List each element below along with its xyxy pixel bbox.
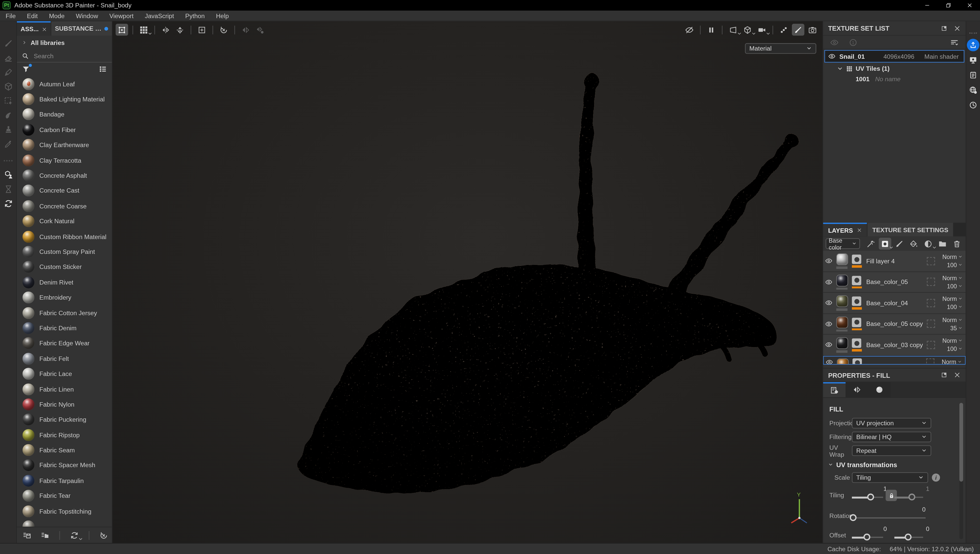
material-item[interactable]: Custom Spray Paint bbox=[17, 244, 112, 260]
material-item[interactable]: Fabric Ripstop bbox=[17, 427, 112, 443]
close-panel-icon[interactable] bbox=[954, 25, 961, 32]
material-item[interactable]: Clay Earthenware bbox=[17, 137, 112, 153]
layer-row[interactable]: Base_color_04 Norm 100 bbox=[823, 293, 966, 314]
layer-row-selected-clipped[interactable]: Norm bbox=[823, 356, 966, 364]
texture-set-row-selected[interactable]: Snail_01 4096x4096 Main shader bbox=[824, 50, 964, 62]
frame-center-icon[interactable] bbox=[196, 24, 208, 36]
blend-mode-dropdown[interactable]: Norm bbox=[942, 358, 962, 364]
material-item[interactable]: Embroidery bbox=[17, 290, 112, 305]
reset-assets-button[interactable] bbox=[97, 529, 110, 541]
undock-panel-icon[interactable] bbox=[941, 25, 948, 32]
filter-button[interactable] bbox=[22, 65, 30, 74]
uv-transformations-section[interactable]: UV transformations bbox=[828, 461, 966, 468]
material-item[interactable]: Fabric Felt bbox=[17, 351, 112, 366]
resources-updater-icon[interactable] bbox=[1, 196, 15, 211]
material-visibility-icon[interactable] bbox=[828, 36, 841, 48]
mirror-horizontal-icon[interactable] bbox=[159, 24, 172, 36]
symmetry-settings-icon[interactable] bbox=[254, 24, 266, 36]
menu-item[interactable]: JavaScript bbox=[139, 11, 180, 21]
isolate-visibility-icon[interactable] bbox=[683, 24, 696, 36]
close-window-button[interactable] bbox=[959, 0, 980, 11]
layer-row[interactable]: Fill layer 4 Norm 100 bbox=[823, 251, 966, 272]
menu-item[interactable]: Mode bbox=[43, 11, 70, 21]
material-item[interactable]: Fabric Edge Wear bbox=[17, 335, 112, 351]
delete-layer-icon[interactable] bbox=[951, 238, 963, 250]
filtering-dropdown[interactable]: Bilinear | HQ bbox=[852, 432, 931, 442]
add-paint-layer-icon[interactable] bbox=[893, 238, 906, 250]
camera-view-icon[interactable] bbox=[756, 24, 768, 36]
opacity-dropdown[interactable]: 100 bbox=[947, 283, 963, 289]
tiling-y-slider[interactable] bbox=[894, 493, 923, 500]
material-item[interactable]: Bandage bbox=[17, 107, 112, 122]
material-item[interactable]: Concrete Asphalt bbox=[17, 168, 112, 183]
layer-row[interactable]: Base_color_05 Norm 100 bbox=[823, 272, 966, 293]
paint-mode-icon[interactable] bbox=[792, 24, 804, 36]
menu-item[interactable]: Window bbox=[70, 11, 103, 21]
material-item[interactable]: Denim Rivet bbox=[17, 275, 112, 290]
smart-selection-tool-icon[interactable] bbox=[1, 94, 15, 108]
info-icon[interactable]: i bbox=[932, 474, 940, 482]
restore-button[interactable] bbox=[937, 0, 959, 11]
add-fill-icon[interactable] bbox=[907, 238, 920, 250]
particles-icon[interactable] bbox=[778, 24, 790, 36]
export-textures-icon[interactable] bbox=[967, 39, 980, 51]
layer-visibility-icon[interactable] bbox=[825, 257, 832, 265]
add-mask-icon[interactable] bbox=[922, 238, 934, 250]
tab-fill-properties[interactable] bbox=[823, 382, 845, 397]
polygon-fill-tool-icon[interactable] bbox=[1, 80, 15, 94]
smudge-tool-icon[interactable] bbox=[1, 108, 15, 123]
menu-item[interactable]: Help bbox=[210, 11, 234, 21]
blend-mode-dropdown[interactable]: Norm bbox=[942, 295, 963, 302]
projection-dropdown[interactable]: UV projection bbox=[852, 418, 931, 429]
tiling-mode-icon[interactable] bbox=[138, 24, 150, 36]
tab-texture-set-settings[interactable]: TEXTURE SET SETTINGS bbox=[867, 223, 953, 236]
clone-tool-icon[interactable] bbox=[1, 123, 15, 137]
display-settings-icon[interactable] bbox=[967, 54, 980, 66]
menu-item[interactable]: Edit bbox=[21, 11, 43, 21]
material-item[interactable]: Concrete Coarse bbox=[17, 198, 112, 214]
material-item[interactable]: Baked Lighting Material bbox=[17, 92, 112, 107]
offset-y-slider[interactable] bbox=[894, 533, 923, 540]
material-item[interactable]: Clay Terracotta bbox=[17, 152, 112, 168]
add-effect-icon[interactable] bbox=[864, 238, 877, 250]
snapshot-icon[interactable] bbox=[806, 24, 819, 36]
material-item[interactable]: Custom Sticker bbox=[17, 260, 112, 275]
blend-mode-dropdown[interactable]: Norm bbox=[942, 337, 963, 344]
geometry-mask-tool-icon[interactable] bbox=[1, 168, 15, 182]
transform-mode-icon[interactable] bbox=[116, 24, 128, 36]
add-fill-layer-icon[interactable] bbox=[879, 238, 891, 250]
layer-row[interactable]: Base_color_05 copy 1 Norm 35 bbox=[823, 314, 966, 335]
opacity-dropdown[interactable]: 100 bbox=[947, 262, 963, 268]
close-icon[interactable] bbox=[857, 228, 862, 233]
tab-layers[interactable]: LAYERS bbox=[823, 223, 867, 236]
material-item[interactable]: Carbon Fiber bbox=[17, 122, 112, 137]
shading-mode-dropdown[interactable]: Material bbox=[745, 43, 816, 54]
material-item[interactable]: Fabric Tarpaulin bbox=[17, 473, 112, 489]
material-item[interactable]: Fabric Lace bbox=[17, 366, 112, 382]
dock-drag-handle[interactable] bbox=[969, 32, 977, 34]
tiling-x-slider[interactable] bbox=[852, 493, 883, 500]
material-item[interactable]: Fabric Seam bbox=[17, 442, 112, 458]
layer-visibility-icon[interactable] bbox=[826, 358, 833, 364]
menu-item[interactable]: File bbox=[0, 11, 21, 21]
uv-tiles-group[interactable]: UV Tiles (1) bbox=[823, 63, 966, 74]
geometry-view-icon[interactable] bbox=[741, 24, 754, 36]
shader-settings-icon[interactable] bbox=[967, 84, 980, 96]
properties-scrollbar[interactable] bbox=[959, 403, 963, 539]
undock-panel-icon[interactable] bbox=[941, 372, 948, 378]
eraser-tool-icon[interactable] bbox=[1, 51, 15, 65]
layer-row[interactable]: Base_color_03 copy 1 Norm 100 bbox=[823, 335, 966, 356]
scale-dropdown[interactable]: Tiling bbox=[852, 472, 928, 483]
opacity-dropdown[interactable]: 100 bbox=[947, 303, 963, 310]
flip-vertical-icon[interactable] bbox=[174, 24, 186, 36]
layer-visibility-icon[interactable] bbox=[825, 341, 832, 348]
paint-tool-icon[interactable] bbox=[1, 36, 15, 51]
material-item[interactable]: Fabric Topstitching bbox=[17, 503, 112, 519]
material-item[interactable]: Autumn Leaf bbox=[17, 77, 112, 92]
material-picker-tool-icon[interactable] bbox=[1, 137, 15, 151]
blend-mode-dropdown[interactable]: Norm bbox=[942, 274, 963, 281]
tab-assets[interactable]: ASS... bbox=[17, 21, 51, 35]
tab-symmetry[interactable] bbox=[845, 382, 868, 397]
tab-material-preview[interactable] bbox=[868, 382, 891, 397]
material-item[interactable]: Fabric Denim bbox=[17, 320, 112, 335]
